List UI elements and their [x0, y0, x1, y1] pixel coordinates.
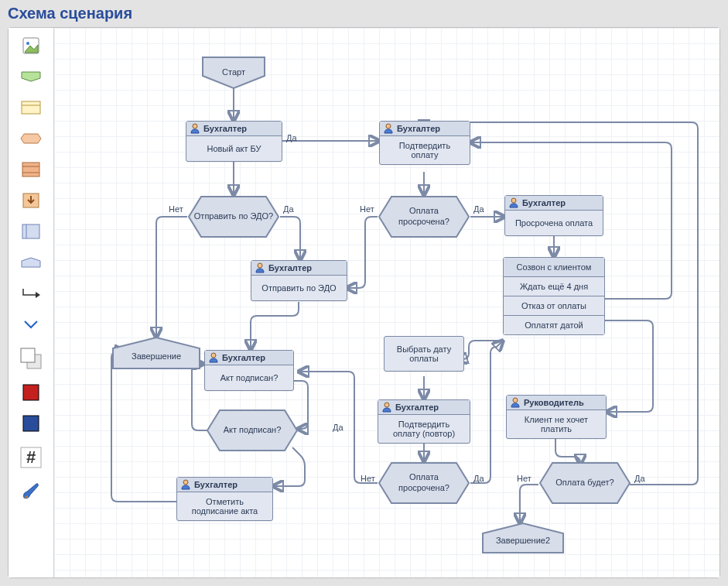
menu-call-client[interactable]: Созвон с клиентом Ждать ещё 4 дня Отказ …: [503, 257, 605, 335]
decision-label: Отправить по ЭДО?: [187, 195, 280, 238]
menu-item-wait[interactable]: Ждать ещё 4 дня: [504, 277, 604, 296]
decision-act-signed[interactable]: Акт подписан?: [206, 409, 299, 452]
edge-label: Нет: [360, 204, 374, 214]
fill-blue-icon[interactable]: [18, 413, 44, 434]
user-icon: [381, 402, 392, 413]
end-node-1[interactable]: Завершение: [111, 336, 201, 370]
decision-node-icon[interactable]: [18, 129, 44, 149]
task-node-icon[interactable]: [18, 98, 44, 118]
task-label: Подтвердить оплату: [380, 136, 470, 164]
palette: #: [9, 28, 54, 577]
image-icon[interactable]: [18, 36, 44, 56]
user-icon: [180, 479, 191, 490]
svg-point-30: [511, 198, 516, 203]
decision-label: Оплата просрочена?: [378, 195, 470, 238]
task-role: Бухгалтер: [222, 353, 265, 362]
task-role: Бухгалтер: [203, 124, 247, 133]
end-node-icon[interactable]: [18, 252, 44, 272]
edge-label: Да: [333, 423, 343, 432]
edge-label: Да: [634, 474, 645, 483]
user-icon: [508, 197, 519, 208]
menu-item-refuse[interactable]: Отказ от оплаты: [504, 296, 604, 316]
end-node-label: Завершение: [111, 344, 201, 370]
decision-label: Оплата будет?: [538, 461, 631, 505]
container-icon[interactable]: [18, 221, 44, 242]
task-label: Подтвердить оплату (повтор): [378, 415, 470, 443]
svg-point-25: [211, 353, 216, 358]
stack-icon[interactable]: [18, 159, 44, 180]
svg-marker-5: [21, 134, 41, 143]
end-node-2[interactable]: Завершение2: [481, 522, 565, 554]
svg-point-21: [193, 124, 197, 129]
svg-point-27: [183, 480, 188, 485]
svg-point-31: [385, 403, 389, 407]
task-label: Акт подписан?: [205, 365, 293, 390]
edge-label: Нет: [169, 204, 183, 214]
task-label: Отправить по ЭДО: [251, 276, 347, 300]
task-label: Новый акт БУ: [186, 136, 282, 161]
task-confirm-pay[interactable]: Бухгалтер Подтвердить оплату: [379, 121, 470, 165]
decision-send-edo[interactable]: Отправить по ЭДО?: [187, 195, 280, 238]
task-client-refuse[interactable]: Руководитель Клиент не хочет платить: [506, 395, 607, 439]
svg-point-1: [26, 42, 29, 45]
task-role: Бухгалтер: [268, 263, 312, 272]
svg-rect-16: [23, 385, 39, 400]
svg-rect-17: [23, 416, 39, 431]
edge-label: Нет: [517, 474, 531, 483]
user-icon: [190, 123, 200, 134]
grid-snap-icon[interactable]: #: [18, 444, 44, 471]
user-icon: [255, 262, 265, 273]
edge-label: Да: [473, 474, 484, 483]
edge-label: Да: [473, 204, 484, 214]
user-icon: [383, 123, 394, 134]
task-confirm-pay-2[interactable]: Бухгалтер Подтвердить оплату (повтор): [378, 399, 470, 444]
start-node[interactable]: Старт: [201, 56, 266, 90]
edge-label: Да: [286, 133, 297, 142]
brush-icon[interactable]: [18, 481, 44, 502]
svg-marker-13: [36, 292, 40, 298]
start-node-icon[interactable]: [18, 67, 44, 87]
svg-point-23: [258, 263, 262, 268]
task-send-edo[interactable]: Бухгалтер Отправить по ЭДО: [251, 260, 347, 301]
expand-toggle[interactable]: [18, 314, 44, 334]
import-icon[interactable]: [18, 190, 44, 211]
page-title: Схема сценария: [8, 5, 720, 22]
layer-back-icon[interactable]: [18, 345, 44, 372]
svg-rect-10: [22, 224, 39, 238]
task-role: Бухгалтер: [397, 124, 440, 133]
decision-will-pay[interactable]: Оплата будет?: [538, 461, 631, 505]
svg-marker-2: [22, 72, 40, 81]
decision-label: Оплата просрочена?: [378, 461, 470, 505]
decision-overdue-1[interactable]: Оплата просрочена?: [378, 195, 470, 238]
svg-rect-6: [22, 163, 39, 176]
svg-point-33: [513, 398, 518, 403]
menu-item-pay-date[interactable]: Оплатят датой: [504, 316, 604, 334]
svg-rect-3: [22, 101, 40, 114]
edge-label: Нет: [361, 474, 375, 483]
decision-label: Акт подписан?: [206, 409, 299, 452]
diagram-canvas[interactable]: Да Да Нет Нет Да Нет Да Нет Да Нет Да Ст…: [54, 28, 719, 577]
task-label: Отметить подписание акта: [177, 492, 272, 520]
svg-point-28: [386, 124, 391, 129]
task-label: Клиент не хочет платить: [507, 410, 606, 438]
task-act-signed[interactable]: Бухгалтер Акт подписан?: [204, 350, 294, 391]
task-select-date[interactable]: Выбрать дату оплаты: [384, 336, 464, 372]
decision-overdue-2[interactable]: Оплата просрочена?: [378, 461, 470, 505]
fill-red-icon[interactable]: [18, 382, 44, 403]
edge-label: Да: [283, 204, 294, 214]
connector-icon[interactable]: [18, 283, 44, 303]
workbench: #: [8, 27, 720, 578]
task-mark-signed[interactable]: Бухгалтер Отметить подписание акта: [176, 477, 273, 521]
task-label: Выбрать дату оплаты: [385, 337, 463, 371]
task-label: Просрочена оплата: [505, 211, 603, 235]
start-node-label: Старт: [201, 56, 266, 90]
task-role: Бухгалтер: [194, 480, 238, 489]
menu-title: Созвон с клиентом: [504, 258, 604, 277]
user-icon: [510, 397, 521, 408]
task-overdue[interactable]: Бухгалтер Просрочена оплата: [504, 195, 603, 236]
task-role: Руководитель: [524, 398, 584, 407]
task-new-act[interactable]: Бухгалтер Новый акт БУ: [186, 121, 282, 162]
svg-text:#: #: [26, 447, 36, 467]
svg-rect-15: [21, 348, 35, 362]
user-icon: [208, 352, 219, 363]
